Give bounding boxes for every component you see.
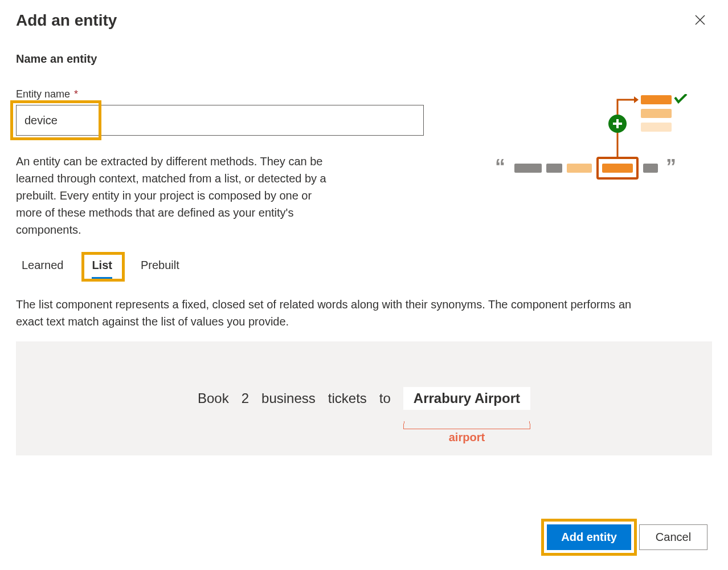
entity-illustration: “ ” — [472, 94, 712, 191]
tab-list[interactable]: List — [86, 255, 118, 275]
svg-rect-2 — [546, 164, 562, 173]
svg-text:“: “ — [495, 155, 505, 178]
example-token: to — [379, 390, 391, 406]
dialog-title: Add an entity — [16, 11, 117, 30]
example-token: 2 — [242, 390, 249, 406]
svg-text:”: ” — [666, 155, 676, 178]
example-utterance: Book 2 business tickets to Arrabury Airp… — [198, 387, 530, 410]
example-entity-tag: airport — [403, 431, 530, 444]
add-entity-button[interactable]: Add entity — [547, 524, 631, 550]
svg-rect-3 — [567, 164, 592, 173]
required-asterisk: * — [74, 88, 78, 100]
example-panel: Book 2 business tickets to Arrabury Airp… — [16, 341, 712, 455]
dialog-footer: Add entity Cancel — [0, 514, 728, 560]
section-title: Name an entity — [16, 52, 712, 66]
tab-prebuilt[interactable]: Prebuilt — [135, 255, 185, 275]
dialog-body-scroll[interactable]: Name an entity Entity name * An entity c… — [0, 35, 728, 514]
entity-name-label: Entity name * — [16, 88, 426, 100]
svg-rect-1 — [514, 164, 542, 173]
tab-learned[interactable]: Learned — [16, 255, 69, 275]
spacer — [16, 455, 712, 514]
cancel-button[interactable]: Cancel — [639, 524, 707, 550]
svg-rect-6 — [643, 164, 658, 173]
svg-rect-12 — [641, 95, 672, 104]
entity-name-input[interactable] — [16, 105, 424, 136]
add-entity-wrap: Add entity — [547, 524, 631, 550]
dialog-header: Add an entity — [0, 0, 728, 35]
example-token: Book — [198, 390, 229, 406]
list-tab-description: The list component represents a fixed, c… — [16, 296, 660, 330]
field-label-text: Entity name — [16, 88, 70, 100]
svg-rect-14 — [641, 123, 672, 132]
entity-bracket-icon — [403, 424, 530, 429]
svg-rect-13 — [641, 109, 672, 118]
entity-name-input-wrap — [16, 105, 424, 136]
example-entity-highlight: Arrabury Airport airport — [403, 387, 530, 410]
entity-methods-description: An entity can be extracted by different … — [16, 153, 335, 238]
example-token: business — [261, 390, 316, 406]
svg-rect-5 — [602, 164, 633, 173]
example-entity-value: Arrabury Airport — [414, 390, 520, 406]
close-icon — [695, 15, 705, 25]
close-button[interactable] — [693, 13, 707, 29]
example-token: tickets — [328, 390, 367, 406]
tab-list-wrap: List — [86, 255, 118, 275]
component-tabs: Learned List Prebuilt — [16, 255, 712, 275]
